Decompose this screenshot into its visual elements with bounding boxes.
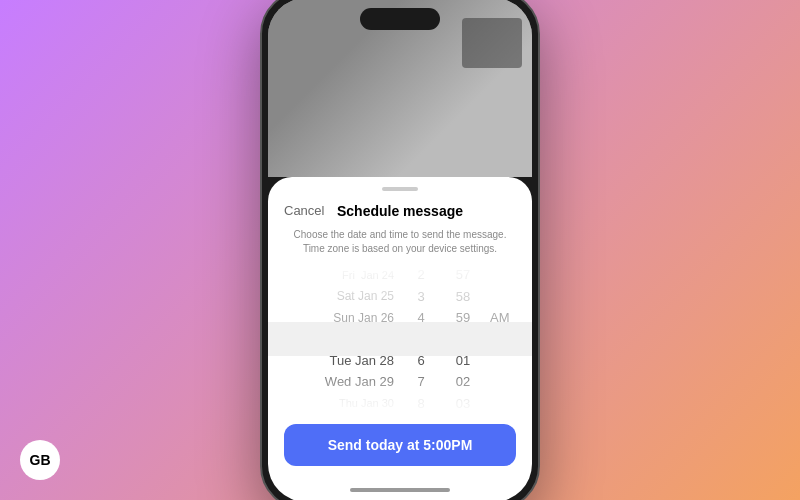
min-item-6: 03 — [442, 393, 484, 414]
hour-item-4: 6 — [400, 350, 442, 371]
min-item-1: 58 — [442, 285, 484, 306]
modal-sheet: Cancel Schedule message Choose the date … — [268, 177, 532, 500]
ampm-item-3: PM — [484, 328, 532, 349]
send-btn-wrapper: Send today at 5:00PM — [268, 414, 532, 482]
watermark: GB — [20, 440, 60, 480]
date-item-2: Sun Jan 26 — [268, 307, 400, 328]
date-item-4: Tue Jan 28 — [268, 350, 400, 371]
modal-title: Schedule message — [337, 203, 463, 219]
home-indicator — [350, 488, 450, 492]
phone-screen: Cancel Schedule message Choose the date … — [268, 0, 532, 500]
ampm-item-5 — [484, 371, 532, 392]
hour-item-5: 7 — [400, 371, 442, 392]
hour-item-2: 4 — [400, 307, 442, 328]
hour-item-1: 3 — [400, 285, 442, 306]
hour-item-0: 2 — [400, 264, 442, 285]
date-item-6: Thu Jan 30 — [268, 393, 400, 414]
ampm-item-0 — [484, 264, 532, 285]
date-item-1: Sat Jan 25 — [268, 285, 400, 306]
modal-handle — [382, 187, 418, 191]
cancel-button[interactable]: Cancel — [284, 203, 324, 218]
min-item-0: 57 — [442, 264, 484, 285]
send-button[interactable]: Send today at 5:00PM — [284, 424, 516, 466]
phone-notch — [360, 8, 440, 30]
ampm-column[interactable]: AM PM — [484, 264, 532, 414]
date-item-3: Today — [268, 328, 400, 349]
date-column[interactable]: Fri Jan 24 Sat Jan 25 Sun Jan 26 Today T… — [268, 264, 400, 414]
min-item-5: 02 — [442, 371, 484, 392]
picker-container[interactable]: Fri Jan 24 Sat Jan 25 Sun Jan 26 Today T… — [268, 264, 532, 414]
phone-frame: Cancel Schedule message Choose the date … — [260, 0, 540, 500]
ampm-item-2: AM — [484, 307, 532, 328]
min-item-2: 59 — [442, 307, 484, 328]
phone-wrapper: Cancel Schedule message Choose the date … — [260, 0, 540, 500]
hour-item-3: 5 — [400, 328, 442, 349]
min-item-3: 00 — [442, 328, 484, 349]
ampm-item-1 — [484, 285, 532, 306]
minute-column[interactable]: 57 58 59 00 01 02 03 — [442, 264, 484, 414]
hour-item-6: 8 — [400, 393, 442, 414]
background: Cancel Schedule message Choose the date … — [260, 0, 540, 500]
ampm-item-6 — [484, 393, 532, 414]
modal-subtitle: Choose the date and time to send the mes… — [268, 228, 532, 264]
hour-column[interactable]: 2 3 4 5 6 7 8 — [400, 264, 442, 414]
date-item-0: Fri Jan 24 — [268, 264, 400, 285]
ampm-item-4 — [484, 350, 532, 371]
min-item-4: 01 — [442, 350, 484, 371]
date-item-5: Wed Jan 29 — [268, 371, 400, 392]
modal-header: Cancel Schedule message — [268, 203, 532, 228]
